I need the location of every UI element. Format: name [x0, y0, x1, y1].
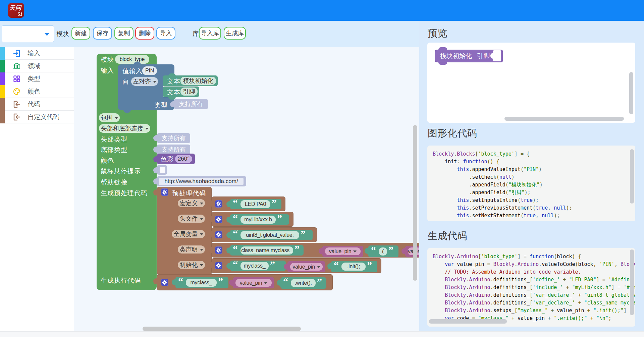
text-field[interactable]: LED PA0: [240, 200, 270, 208]
type-any-block[interactable]: 支持所有: [174, 99, 208, 109]
mutator-row-tab: [208, 201, 212, 207]
input-name-field[interactable]: PIN: [142, 66, 157, 75]
block-code-box[interactable]: Blockly.Blocks['block_type'] = { init: f…: [427, 146, 635, 221]
quoted-text-block[interactable]: “myclass_”: [230, 261, 286, 271]
mutator-kind-dropdown[interactable]: 初始化: [178, 261, 205, 269]
top-type-block[interactable]: 支持所有: [157, 133, 190, 143]
quoted-text-block[interactable]: “class_name myclass_”: [230, 245, 304, 256]
field-text-value[interactable]: 模块初始化: [180, 77, 216, 85]
mutator-kind-dropdown[interactable]: 头文件: [178, 215, 205, 223]
app-header: 天问 51: [0, 0, 644, 21]
quoted-text-block[interactable]: “uint8_t global_value;”: [230, 230, 313, 240]
block-name-field[interactable]: block_type: [115, 55, 149, 64]
text-field[interactable]: .init();: [341, 263, 366, 271]
toolbar: 模块 新建 保存 复制 删除 导入 库 导入库 生成库: [0, 21, 419, 47]
block-code-vertical-scrollbar[interactable]: [630, 149, 634, 204]
save-button[interactable]: 保存: [93, 27, 112, 40]
category-swatch: [0, 111, 5, 123]
variable-dropdown[interactable]: value_pin: [235, 279, 272, 287]
blockly-workspace[interactable]: 模块 block_type 输入 值输入 PIN 向 左对齐 类型 文本 模块初…: [74, 47, 419, 331]
variable-dropdown[interactable]: value_pin: [290, 263, 323, 271]
align-dropdown[interactable]: 左对齐: [131, 77, 158, 86]
text-field[interactable]: uint8_t global_value;: [240, 231, 299, 239]
help-url-field[interactable]: http://www.haohaodada.com/: [159, 178, 244, 185]
open-quote-icon: “: [233, 243, 238, 255]
variable-dropdown[interactable]: value_pin: [325, 247, 361, 255]
mutator-gear-icon[interactable]: [215, 262, 222, 269]
sidebar-item-colour[interactable]: 颜色: [0, 85, 74, 98]
import-button[interactable]: 导入: [156, 27, 175, 40]
copy-button[interactable]: 复制: [114, 27, 133, 40]
text-field[interactable]: class_name myclass_: [240, 246, 293, 255]
quoted-text-block[interactable]: “(”: [368, 245, 398, 257]
code-export-icon: [13, 100, 21, 108]
text-field[interactable]: (: [379, 247, 387, 256]
code-line: Blockly.Arduino.definitions_['var_declar…: [433, 291, 635, 299]
bottom-type-block[interactable]: 支持所有: [157, 145, 190, 155]
variable-get-block[interactable]: value_pin: [287, 261, 325, 272]
sidebar-item-input[interactable]: 输入: [0, 47, 74, 60]
code-line: this.appendValueInput("PIN"): [433, 166, 572, 173]
new-button[interactable]: 新建: [71, 27, 90, 40]
variable-get-block[interactable]: value_pin: [233, 277, 274, 288]
import-library-button[interactable]: 导入库: [199, 27, 221, 40]
inline-dropdown[interactable]: 包围: [99, 113, 120, 122]
field-text-value[interactable]: 引脚: [180, 88, 198, 96]
generate-library-button[interactable]: 生成库: [224, 27, 246, 40]
gen-code-vertical-scrollbar[interactable]: [630, 249, 634, 315]
logo[interactable]: 天问 51: [8, 3, 24, 18]
text-field[interactable]: myLib/xxx.h: [240, 216, 276, 224]
mutator-gear-icon[interactable]: [215, 200, 222, 208]
mutator-kind-dropdown[interactable]: 类声明: [178, 245, 205, 254]
top-type-label: 头部类型: [101, 135, 127, 144]
mutator-kind-dropdown[interactable]: 宏定义: [178, 199, 205, 207]
preview-block[interactable]: 模块初始化 引脚: [435, 50, 503, 62]
preview-vertical-scrollbar[interactable]: [629, 72, 633, 114]
colour-hue-field[interactable]: 260°: [175, 155, 192, 163]
preview-horizontal-scrollbar[interactable]: [504, 117, 624, 121]
preprocess-label: 生成预处理代码: [101, 189, 148, 198]
quoted-text-block[interactable]: “.init();”: [331, 261, 377, 272]
workspace-horizontal-scrollbar[interactable]: [143, 327, 301, 331]
preview-block-label: 引脚: [477, 50, 490, 62]
quoted-text-block[interactable]: “myLib/xxx.h”: [230, 214, 289, 225]
dropdown-arrow-icon: [200, 203, 203, 205]
text-field[interactable]: myclass_: [240, 262, 269, 270]
sidebar-item-type[interactable]: 类型: [0, 72, 74, 85]
code-line: Blockly.Arduino.definitions_['define_' +…: [433, 276, 635, 284]
mutator-row-tab: [208, 216, 212, 222]
dropdown-arrow-icon: [145, 128, 149, 130]
dropdown-arrow-icon: [115, 117, 118, 119]
delete-button[interactable]: 删除: [135, 27, 154, 40]
text-field[interactable]: .write();: [291, 279, 316, 287]
gen-code-box[interactable]: Blockly.Arduino['block_type'] = function…: [427, 248, 635, 327]
code-line: .setCheck(null): [433, 173, 572, 181]
mutator-gear-icon[interactable]: [161, 279, 168, 286]
variable-get-block[interactable]: value_pin: [322, 246, 363, 257]
mutator-gear-icon[interactable]: [161, 188, 168, 196]
quoted-text-block[interactable]: “LED PA0”: [230, 199, 281, 209]
open-quote-icon: “: [233, 213, 238, 224]
preview-block-label: 模块初始化: [440, 50, 472, 62]
quoted-text-block[interactable]: “.write();”: [280, 277, 326, 289]
connections-dropdown[interactable]: 头部和底部连接: [99, 124, 150, 133]
mutator-gear-icon[interactable]: [215, 231, 222, 238]
workspace-vertical-scrollbar[interactable]: [413, 125, 417, 281]
sidebar-item-custom-code[interactable]: 自定义代码: [0, 111, 74, 123]
gen-code-horizontal-scrollbar[interactable]: [429, 319, 507, 324]
preview-input-socket: [493, 50, 501, 61]
text-field[interactable]: myclass_: [186, 279, 217, 287]
module-select[interactable]: [2, 25, 54, 42]
close-quote-icon: ”: [277, 213, 282, 224]
sidebar-item-code[interactable]: 代码: [0, 98, 74, 111]
mutator-gear-icon[interactable]: [215, 246, 222, 254]
bottom-type-label: 底部类型: [101, 146, 127, 154]
preview-block-bottom-notch: [438, 62, 447, 65]
mutator-gear-icon[interactable]: [215, 216, 222, 223]
sidebar-item-label: 类型: [28, 72, 40, 85]
sidebar-item-field[interactable]: 领域: [0, 60, 74, 72]
quoted-text-block[interactable]: “myclass_”: [175, 277, 228, 288]
tooltip-text-field[interactable]: [160, 167, 165, 173]
mutator-kind-dropdown[interactable]: 全局变量: [172, 230, 205, 238]
category-swatch: [0, 47, 5, 60]
